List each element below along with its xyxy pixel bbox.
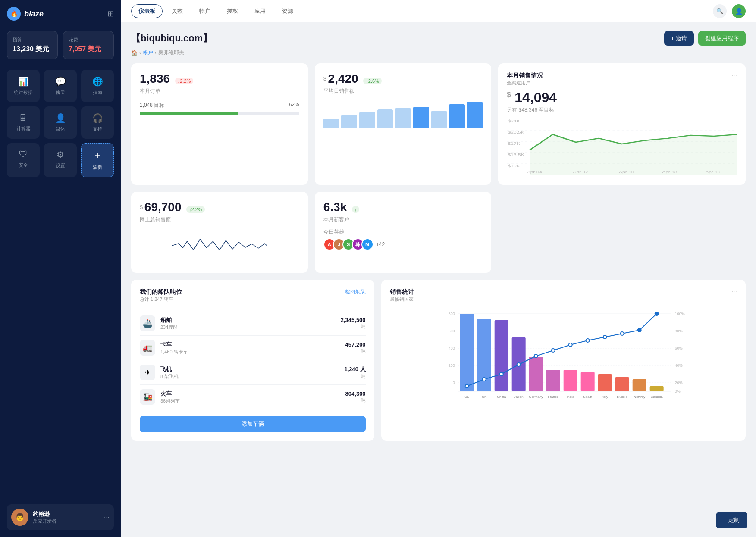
svg-text:Germany: Germany bbox=[529, 395, 543, 399]
sidebar-item-support[interactable]: 🎧 支持 bbox=[81, 106, 114, 139]
stats-icon: 📊 bbox=[18, 76, 29, 87]
sidebar-item-security[interactable]: 🛡 安全 bbox=[7, 143, 40, 177]
online-sales-card: $ 69,700 ↑2.2% 网上总销售额 bbox=[131, 192, 308, 273]
sidebar-item-settings[interactable]: ⚙ 设置 bbox=[44, 143, 77, 177]
bar-7 bbox=[431, 111, 447, 128]
stats-row-1: 1,836 ↓2.2% 本月订单 1,048 目标 62% $ bbox=[131, 63, 746, 185]
user-info: 约翰逊 反应开发者 bbox=[33, 510, 56, 525]
breadcrumb-accounts[interactable]: 帐户 bbox=[143, 49, 153, 56]
customize-button[interactable]: ≡ 定制 bbox=[716, 512, 747, 528]
orders-number: 1,836 bbox=[140, 72, 170, 85]
breadcrumb-icon: 🏠 bbox=[131, 50, 138, 56]
customers-label: 本月新客户 bbox=[323, 216, 483, 223]
sidebar-item-add[interactable]: + 添新 bbox=[81, 143, 114, 177]
svg-text:$20.5K: $20.5K bbox=[508, 130, 524, 134]
ss-more-icon[interactable]: ⋯ bbox=[731, 288, 737, 308]
sidebar-item-media[interactable]: 👤 媒体 bbox=[44, 106, 77, 139]
bar-us bbox=[460, 314, 474, 391]
plane-unit: 吨 bbox=[344, 373, 365, 380]
bar-norway bbox=[632, 379, 646, 391]
sidebar-item-calculator[interactable]: 🖩 计算器 bbox=[7, 106, 40, 139]
svg-text:Russia: Russia bbox=[617, 395, 627, 399]
tab-auth[interactable]: 授权 bbox=[220, 4, 245, 18]
sidebar-item-chat[interactable]: 💬 聊天 bbox=[44, 70, 77, 102]
sidebar-footer: 👨 约翰逊 反应开发者 ⋯ bbox=[7, 504, 114, 530]
add-vehicle-button[interactable]: 添加车辆 bbox=[140, 416, 366, 432]
fleet-item-truck: 🚛 卡车 1,460 辆卡车 457,200 吨 bbox=[140, 336, 366, 360]
bar-6 bbox=[413, 107, 429, 128]
tab-dashboard[interactable]: 仪表板 bbox=[131, 4, 163, 18]
page-header: 【biqubiqu.com】 + 邀请 创建应用程序 bbox=[131, 31, 746, 46]
search-button[interactable]: 🔍 bbox=[713, 4, 727, 18]
svg-text:$24K: $24K bbox=[508, 119, 520, 123]
tab-apps[interactable]: 应用 bbox=[247, 4, 273, 18]
avg-sales-badge: ↑2.6% bbox=[363, 78, 382, 84]
tab-pages[interactable]: 页数 bbox=[164, 4, 190, 18]
invite-button[interactable]: + 邀请 bbox=[664, 31, 694, 46]
svg-text:$10K: $10K bbox=[508, 164, 520, 168]
fleet-item-ship: 🚢 船舶 234艘船 2,345,500 吨 bbox=[140, 311, 366, 336]
tab-accounts[interactable]: 帐户 bbox=[192, 4, 218, 18]
svg-point-53 bbox=[586, 339, 589, 342]
budget-label: 预算 bbox=[13, 37, 52, 43]
settings-icon: ⚙ bbox=[56, 150, 64, 160]
create-app-button[interactable]: 创建应用程序 bbox=[698, 31, 746, 46]
monthly-sales-card: 本月销售情况 全渠道用户 ⋯ $ 14,094 另有 $48,346 至目标 bbox=[498, 63, 746, 185]
orders-label: 本月订单 bbox=[140, 87, 299, 95]
hero-count: +42 bbox=[376, 241, 385, 247]
bar-1 bbox=[323, 119, 339, 128]
train-value: 804,300 bbox=[345, 390, 366, 397]
support-icon: 🎧 bbox=[92, 113, 103, 123]
svg-text:UK: UK bbox=[482, 395, 487, 399]
sidebar-item-label: 指南 bbox=[93, 89, 102, 96]
svg-text:Italy: Italy bbox=[602, 395, 608, 399]
svg-text:20%: 20% bbox=[674, 381, 682, 385]
online-sales-badge: ↑2.2% bbox=[186, 206, 205, 213]
svg-text:China: China bbox=[497, 395, 506, 399]
customers-number: 6.3k bbox=[323, 200, 347, 214]
expense-card: 花费 7,057 美元 bbox=[63, 31, 114, 59]
user-more-icon[interactable]: ⋯ bbox=[104, 514, 110, 521]
user-role: 反应开发者 bbox=[33, 518, 56, 525]
sales-sub-text: 另有 $48,346 至目标 bbox=[507, 106, 737, 114]
svg-text:800: 800 bbox=[448, 312, 455, 316]
user-avatar-button[interactable]: 👤 bbox=[732, 4, 746, 18]
svg-text:Japan: Japan bbox=[514, 395, 523, 399]
tab-resources[interactable]: 资源 bbox=[275, 4, 301, 18]
bar-8 bbox=[449, 104, 465, 128]
logo-text: blaze bbox=[24, 9, 44, 19]
truck-value: 457,200 bbox=[345, 341, 366, 348]
more-icon[interactable]: ⋯ bbox=[731, 72, 737, 78]
svg-text:600: 600 bbox=[448, 329, 455, 333]
svg-text:France: France bbox=[548, 395, 558, 399]
guide-icon: 🌐 bbox=[92, 76, 103, 87]
ship-unit: 吨 bbox=[341, 323, 366, 330]
svg-text:Apr 13: Apr 13 bbox=[662, 170, 678, 174]
svg-point-47 bbox=[482, 378, 486, 381]
svg-point-48 bbox=[499, 372, 503, 376]
sidebar-settings-icon[interactable]: ⊞ bbox=[107, 9, 114, 19]
fleet-item-train: 🚂 火车 36趟列车 804,300 吨 bbox=[140, 385, 366, 409]
today-heroes: 今日英雄 A J S 韩 M +42 bbox=[323, 228, 483, 250]
sales-stats-card: 销售统计 最畅销国家 ⋯ 800 600 400 bbox=[381, 280, 746, 441]
bar-2 bbox=[341, 115, 357, 128]
svg-text:100%: 100% bbox=[674, 312, 684, 316]
fleet-link[interactable]: 检阅舰队 bbox=[345, 288, 366, 296]
svg-text:Canada: Canada bbox=[650, 395, 663, 399]
sidebar-item-label: 计算器 bbox=[16, 125, 31, 132]
sales-card-title: 本月销售情况 bbox=[507, 72, 543, 80]
sidebar-item-guide[interactable]: 🌐 指南 bbox=[81, 70, 114, 102]
sidebar-item-stats[interactable]: 📊 统计数据 bbox=[7, 70, 40, 102]
avg-sales-card: $ 2,420 ↑2.6% 平均日销售额 bbox=[315, 63, 492, 185]
top-nav: 仪表板 页数 帐户 授权 应用 资源 🔍 👤 bbox=[121, 0, 756, 22]
ship-icon: 🚢 bbox=[140, 315, 155, 331]
truck-icon: 🚛 bbox=[140, 340, 155, 356]
avg-sales-header: $ 2,420 ↑2.6% bbox=[323, 72, 483, 86]
orders-progress: 1,048 目标 62% bbox=[140, 102, 299, 115]
expense-value: 7,057 美元 bbox=[69, 45, 108, 54]
budget-cards: 预算 13,230 美元 花费 7,057 美元 bbox=[7, 31, 114, 59]
svg-text:$13.5K: $13.5K bbox=[508, 153, 524, 157]
breadcrumb: 🏠 › 帐户 › 奥弗维耶夫 bbox=[131, 49, 746, 56]
heroes-label: 今日英雄 bbox=[323, 228, 483, 236]
bar-5 bbox=[395, 108, 411, 128]
